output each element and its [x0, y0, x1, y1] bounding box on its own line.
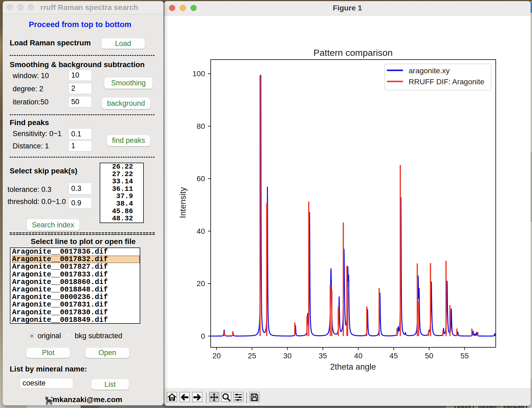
svg-text:20: 20 — [197, 279, 205, 288]
svg-text:RRUFF DIF: Aragonite: RRUFF DIF: Aragonite — [409, 78, 484, 86]
svg-text:20: 20 — [212, 352, 221, 360]
svg-text:35: 35 — [319, 352, 327, 360]
svg-text:40: 40 — [354, 352, 362, 360]
svg-text:80: 80 — [197, 122, 205, 130]
svg-text:2theta angle: 2theta angle — [330, 362, 376, 371]
svg-text:25: 25 — [248, 352, 256, 360]
svg-text:aragonite.xy: aragonite.xy — [409, 67, 450, 75]
svg-text:Intensity: Intensity — [178, 187, 188, 218]
svg-text:50: 50 — [425, 352, 433, 360]
svg-text:55: 55 — [460, 352, 469, 360]
svg-text:45: 45 — [390, 352, 398, 360]
svg-text:0: 0 — [201, 332, 205, 340]
svg-text:Pattern comparison: Pattern comparison — [314, 48, 393, 58]
svg-text:30: 30 — [283, 352, 292, 360]
svg-text:60: 60 — [197, 174, 205, 183]
svg-text:40: 40 — [197, 227, 205, 235]
svg-text:100: 100 — [192, 70, 205, 78]
